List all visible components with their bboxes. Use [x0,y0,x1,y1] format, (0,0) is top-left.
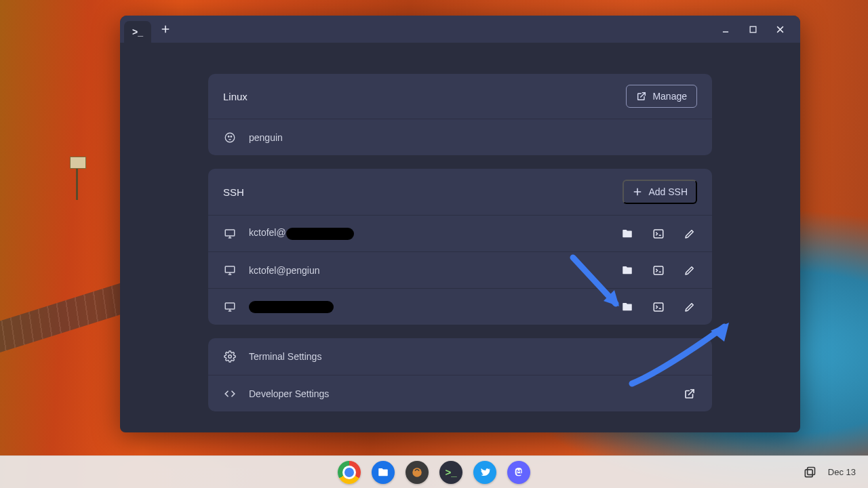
sftp-mount-button[interactable] [620,300,635,314]
plus-icon [632,186,643,197]
open-terminal-button[interactable] [651,300,666,314]
open-terminal-button[interactable] [651,263,666,278]
svg-rect-5 [654,230,663,238]
open-terminal-button[interactable] [651,226,666,241]
svg-rect-8 [225,303,235,309]
shelf: >_ Dec 13 [0,455,868,488]
terminal-window: >_ Linux [120,16,800,432]
shelf-app-terminal[interactable]: >_ [439,461,462,484]
edit-connection-button[interactable] [682,226,697,241]
svg-rect-0 [750,26,756,33]
ssh-section: SSH Add SSH kctofel@ [208,169,712,325]
svg-rect-13 [807,467,814,474]
developer-settings-row[interactable]: Developer Settings [208,375,712,411]
code-icon [223,387,237,401]
add-ssh-button[interactable]: Add SSH [623,180,697,204]
ssh-section-title: SSH [223,186,244,198]
shelf-app-twitter[interactable] [473,461,496,484]
wallpaper-signpost [68,152,87,200]
edit-connection-button[interactable] [682,263,697,278]
redacted-text [249,301,334,313]
holding-space-icon[interactable] [802,465,817,480]
edit-connection-button[interactable] [682,300,697,314]
svg-rect-7 [654,266,663,274]
redacted-text [286,228,354,240]
window-maximize-button[interactable] [743,20,762,39]
window-close-button[interactable] [770,20,789,39]
linux-section-title: Linux [223,91,248,102]
ssh-connection-row[interactable]: kctofel@pengiun [208,251,712,288]
terminal-tab[interactable]: >_ [124,21,151,43]
shelf-app-tote[interactable] [406,461,429,484]
manage-linux-button[interactable]: Manage [626,85,697,108]
terminal-settings-row[interactable]: Terminal Settings [208,338,712,375]
sftp-mount-button[interactable] [620,226,635,241]
open-external-icon [636,91,647,102]
ssh-connection-label: kctofel@ [249,227,354,239]
ssh-connection-row[interactable]: kctofel@ [208,215,712,251]
terminal-settings-label: Terminal Settings [249,351,321,362]
ssh-connection-label: kctofel@pengiun [249,265,320,276]
window-content: Linux Manage penguin [120,43,800,432]
new-tab-button[interactable] [154,18,177,41]
manage-button-label: Manage [652,91,687,102]
svg-rect-12 [805,469,812,476]
svg-point-1 [225,133,235,142]
svg-rect-6 [225,266,235,272]
svg-point-2 [228,136,229,137]
ssh-connection-label [249,300,334,312]
add-ssh-label: Add SSH [648,186,688,197]
settings-section: Terminal Settings Developer Settings [208,338,712,411]
window-minimize-button[interactable] [716,20,735,39]
svg-point-10 [229,355,232,359]
window-titlebar: >_ [120,16,800,43]
svg-rect-9 [654,303,663,311]
linux-section: Linux Manage penguin [208,74,712,155]
svg-rect-4 [225,230,235,236]
terminal-prompt-icon: >_ [132,26,143,37]
shelf-apps: >_ [338,461,530,484]
shelf-app-mastodon[interactable] [507,461,530,484]
developer-settings-label: Developer Settings [249,388,329,399]
ssh-connection-row[interactable] [208,288,712,325]
monitor-icon [223,264,237,277]
sftp-mount-button[interactable] [620,263,635,278]
open-external-button[interactable] [682,386,697,401]
linux-container-row[interactable]: penguin [208,119,712,155]
gear-icon [223,350,237,363]
penguin-icon [223,131,237,144]
shelf-date[interactable]: Dec 13 [828,467,856,477]
shelf-app-chrome[interactable] [338,461,361,484]
linux-container-label: penguin [249,132,283,143]
monitor-icon [223,300,237,314]
svg-point-3 [231,136,232,137]
shelf-app-files[interactable] [372,461,395,484]
monitor-icon [223,227,237,241]
